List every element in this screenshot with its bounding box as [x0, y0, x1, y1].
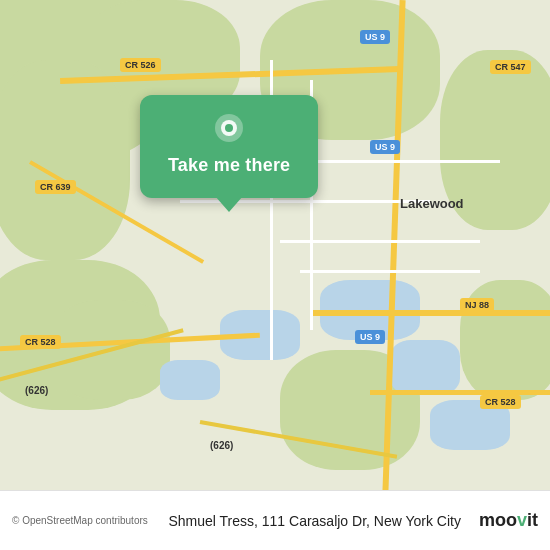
green-area-left [0, 60, 130, 260]
svg-point-2 [225, 124, 233, 132]
copyright-text: © OpenStreetMap contributors [12, 515, 148, 526]
label-cr547: CR 547 [490, 60, 531, 74]
label-cr526: CR 526 [120, 58, 161, 72]
water-area-4 [390, 340, 460, 395]
label-us9-top: US 9 [360, 30, 390, 44]
address-text: Shmuel Tress, 111 Carasaljo Dr, New York… [168, 513, 461, 529]
label-nj88: NJ 88 [460, 298, 494, 312]
label-cr528-right: CR 528 [480, 395, 521, 409]
map-container: CR 526 US 9 CR 547 US 9 CR 639 CR 528 NJ… [0, 0, 550, 490]
label-626-right: (626) [210, 440, 233, 451]
road-minor-3 [280, 240, 480, 243]
label-us9-bot: US 9 [355, 330, 385, 344]
label-us9-mid: US 9 [370, 140, 400, 154]
location-pin-icon [211, 113, 247, 149]
label-cr528-left: CR 528 [20, 335, 61, 349]
water-area-3 [160, 360, 220, 400]
bottom-bar: © OpenStreetMap contributors Shmuel Tres… [0, 490, 550, 550]
label-lakewood: Lakewood [400, 196, 464, 211]
label-626-left: (626) [25, 385, 48, 396]
road-cr528-right [370, 390, 550, 395]
moovit-logo: moovit [479, 510, 538, 531]
take-me-there-button[interactable]: Take me there [168, 155, 290, 176]
road-minor-4 [300, 270, 480, 273]
label-cr639: CR 639 [35, 180, 76, 194]
take-me-there-overlay[interactable]: Take me there [140, 95, 318, 198]
road-nj88 [310, 310, 550, 316]
